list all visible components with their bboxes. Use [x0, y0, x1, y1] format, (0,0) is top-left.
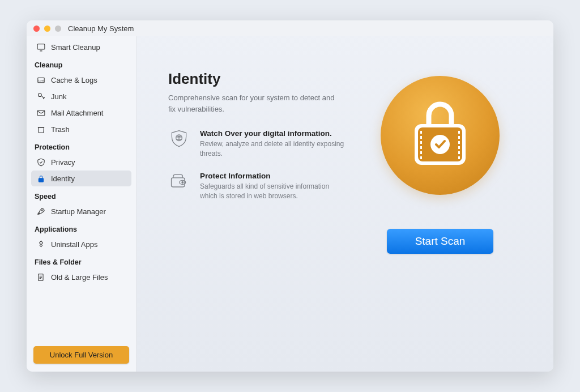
- svg-point-7: [41, 210, 42, 211]
- svg-rect-25: [420, 156, 422, 159]
- app-window: Cleanup My System Smart Cleanup Cleanup …: [27, 20, 553, 372]
- shield-icon: [36, 157, 46, 167]
- traffic-lights: [33, 25, 61, 32]
- sidebar-item-label: Mail Attachment: [51, 109, 104, 117]
- sidebar-item-trash[interactable]: Trash: [31, 121, 131, 137]
- rocket-icon: [36, 206, 46, 216]
- main-content: Identity Comprehensive scan for your sys…: [137, 36, 553, 372]
- sidebar-item-label: Smart Cleanup: [51, 43, 100, 52]
- feature-desc: Review, analyze and delete all identity …: [200, 139, 347, 159]
- sidebar-item-cache-logs[interactable]: LOG Cache & Logs: [31, 72, 131, 88]
- svg-rect-26: [458, 131, 460, 134]
- section-header-speed: Speed: [31, 187, 131, 203]
- section-header-cleanup: Cleanup: [31, 56, 131, 71]
- svg-rect-23: [420, 146, 422, 149]
- svg-rect-27: [458, 136, 460, 139]
- titlebar: Cleanup My System: [27, 20, 553, 36]
- sidebar-item-identity[interactable]: Identity: [31, 171, 131, 186]
- section-header-files-folder: Files & Folder: [31, 253, 131, 269]
- files-icon: [36, 272, 46, 282]
- junk-icon: [36, 91, 46, 101]
- svg-point-15: [182, 181, 184, 183]
- sidebar-item-smart-cleanup[interactable]: Smart Cleanup: [31, 39, 131, 55]
- svg-rect-0: [37, 44, 45, 49]
- section-header-applications: Applications: [31, 220, 131, 236]
- sidebar-item-privacy[interactable]: Privacy: [31, 154, 131, 170]
- feature-protect-info: Protect Information Safeguards all kind …: [168, 172, 349, 202]
- section-header-protection: Protection: [31, 138, 131, 154]
- sidebar-item-mail-attachment[interactable]: Mail Attachment: [31, 105, 131, 121]
- svg-rect-30: [458, 151, 460, 154]
- window-title: Cleanup My System: [68, 24, 134, 33]
- feature-title: Watch Over your digital information.: [200, 129, 347, 138]
- feature-title: Protect Information: [200, 172, 347, 180]
- svg-rect-20: [420, 131, 422, 134]
- sidebar-item-label: Privacy: [51, 158, 75, 167]
- monitor-icon: [36, 42, 46, 52]
- close-button[interactable]: [33, 25, 40, 32]
- sidebar-item-startup-manager[interactable]: Startup Manager: [31, 203, 131, 219]
- trash-icon: [36, 124, 46, 134]
- page-subtitle: Comprehensive scan for your system to de…: [168, 92, 338, 114]
- feature-watch-over: Watch Over your digital information. Rev…: [168, 129, 349, 159]
- wallet-eye-icon: [168, 172, 190, 193]
- sidebar-item-label: Trash: [51, 125, 70, 134]
- sidebar-item-label: Uninstall Apps: [51, 240, 97, 249]
- svg-rect-31: [458, 156, 460, 159]
- apps-icon: [36, 239, 46, 249]
- sidebar: Smart Cleanup Cleanup LOG Cache & Logs J…: [27, 36, 137, 372]
- unlock-full-version-button[interactable]: Unlock Full Version: [33, 346, 129, 364]
- svg-rect-21: [420, 136, 422, 139]
- svg-point-4: [38, 93, 41, 96]
- start-scan-button[interactable]: Start Scan: [387, 229, 494, 254]
- sidebar-item-label: Old & Large Files: [51, 273, 108, 282]
- svg-rect-24: [420, 151, 422, 154]
- sidebar-item-label: Identity: [51, 174, 75, 183]
- identity-hero-illustration: [381, 76, 500, 195]
- page-title: Identity: [168, 70, 349, 88]
- svg-rect-28: [458, 141, 460, 144]
- minimize-button[interactable]: [44, 25, 50, 32]
- feature-desc: Safeguards all kind of sensitive informa…: [200, 182, 347, 202]
- sidebar-item-label: Cache & Logs: [51, 76, 97, 84]
- log-icon: LOG: [36, 75, 46, 85]
- svg-rect-6: [39, 178, 44, 181]
- sidebar-item-label: Startup Manager: [51, 207, 106, 216]
- sidebar-item-uninstall-apps[interactable]: Uninstall Apps: [31, 236, 131, 252]
- shield-globe-icon: [168, 129, 190, 151]
- svg-text:LOG: LOG: [39, 79, 44, 82]
- svg-rect-22: [420, 141, 422, 144]
- sidebar-item-junk[interactable]: Junk: [31, 88, 131, 104]
- mail-icon: [36, 108, 46, 118]
- sidebar-item-old-large-files[interactable]: Old & Large Files: [31, 269, 131, 285]
- sidebar-item-label: Junk: [51, 92, 66, 101]
- svg-rect-29: [458, 146, 460, 149]
- svg-rect-5: [37, 110, 45, 116]
- lock-icon: [36, 173, 46, 184]
- zoom-button[interactable]: [55, 25, 61, 32]
